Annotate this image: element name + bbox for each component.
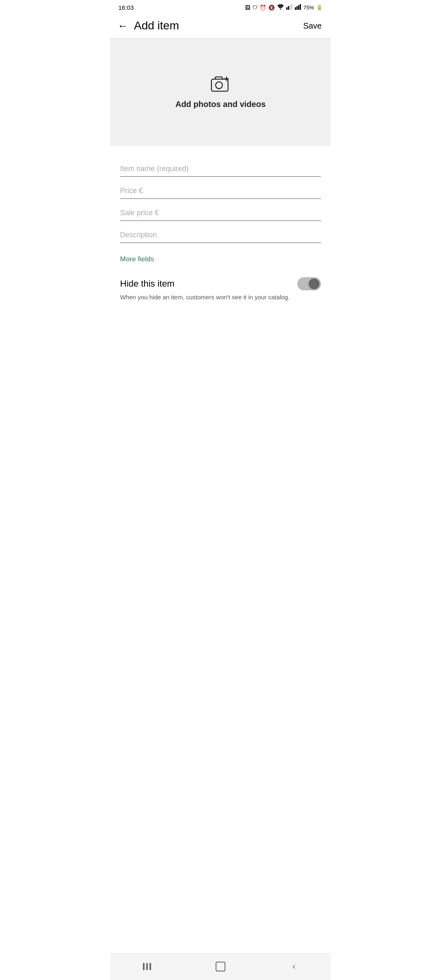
svg-rect-5 [295,7,296,10]
price-field [120,183,321,200]
more-fields-button[interactable]: More fields [120,255,154,263]
signal2-icon [295,4,301,11]
description-field [120,227,321,245]
alarm-icon: ⏰ [260,4,266,11]
hide-item-row: Hide this item [120,277,321,290]
add-photos-label: Add photos and videos [175,100,265,109]
hide-item-section: Hide this item When you hide an item, cu… [110,273,331,310]
svg-rect-4 [291,4,292,10]
photo-status-icon: 🖼 [245,4,250,11]
nav-bar: ← Add item Save [110,13,331,38]
page-title: Add item [134,19,179,32]
svg-rect-9 [212,79,228,91]
status-bar: 16:03 🖼 🛡 ⏰ 🔇 [110,0,331,13]
toggle-thumb [309,278,319,289]
shield-icon: 🛡 [252,4,258,11]
hide-item-description: When you hide an item, customers won't s… [120,293,321,301]
description-input[interactable] [120,227,321,243]
form-section: More fields [110,152,331,273]
nav-left: ← Add item [118,19,179,32]
wifi-icon [277,4,284,11]
sale-price-field [120,205,321,223]
hide-item-label: Hide this item [120,278,174,289]
status-time: 16:03 [118,4,134,11]
svg-rect-8 [300,4,301,10]
photo-upload-area[interactable]: Add photos and videos [110,38,331,146]
sale-price-input[interactable] [120,205,321,221]
item-name-input[interactable] [120,160,321,177]
item-name-field [120,160,321,178]
svg-rect-3 [290,5,291,10]
status-icons: 🖼 🛡 ⏰ 🔇 [245,4,323,11]
mute-icon: 🔇 [268,4,275,11]
battery-percent: 75% [303,4,314,11]
back-button[interactable]: ← [118,20,128,31]
signal-icon [286,4,293,11]
hide-item-toggle[interactable] [297,277,321,290]
svg-point-0 [280,9,281,10]
svg-rect-6 [296,6,298,10]
svg-rect-7 [298,5,299,10]
battery-icon: 🔋 [316,4,323,11]
svg-point-10 [216,82,223,89]
form-spacer [110,146,331,152]
camera-plus-icon [211,75,230,94]
price-input[interactable] [120,183,321,199]
save-button[interactable]: Save [303,21,322,31]
svg-rect-1 [286,7,287,10]
svg-rect-2 [288,6,289,10]
